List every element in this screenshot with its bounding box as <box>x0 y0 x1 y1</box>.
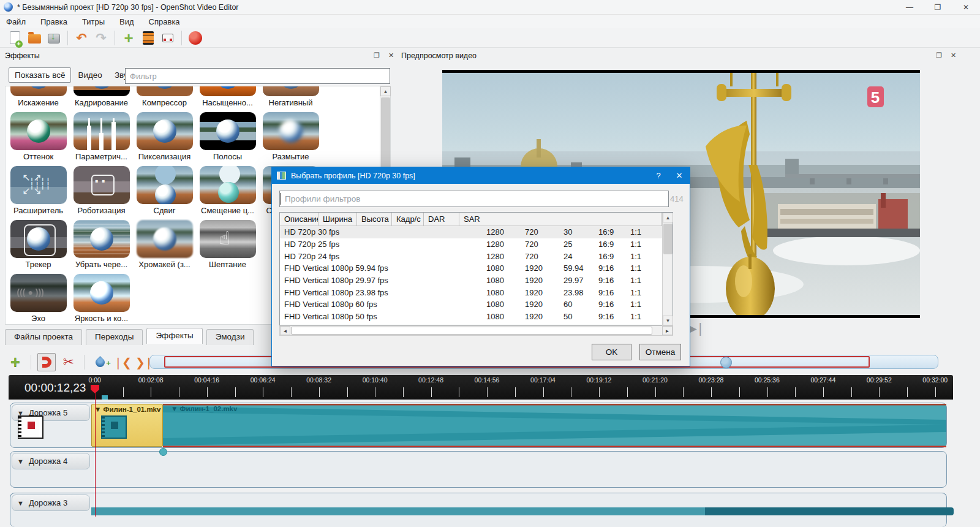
dialog-title-bar[interactable]: Выбрать профиль [HD 720p 30 fps] <box>272 167 690 184</box>
dock-tab[interactable]: Эмодзи <box>206 329 254 345</box>
profile-row[interactable]: FHD Vertical 1080p 60 fps 1080 1920 60 9… <box>280 298 673 311</box>
profile-row[interactable]: HD 720p 24 fps 1280 720 24 16:9 1:1 <box>280 250 673 262</box>
preview-float-icon[interactable]: ❐ <box>936 51 942 59</box>
profile-row[interactable]: HD 720p 25 fps 1280 720 25 16:9 1:1 <box>280 238 673 251</box>
effect-item[interactable]: Пикселизация <box>133 112 196 166</box>
scroll-down-icon[interactable]: ▼ <box>663 316 673 325</box>
choose-profile-button[interactable] <box>140 29 157 47</box>
clip-filin-02[interactable] <box>163 404 946 447</box>
filter-show-all-button[interactable]: Показать всё <box>9 67 71 83</box>
menu-item[interactable]: Вид <box>119 17 134 26</box>
snapping-toggle-button[interactable] <box>37 353 56 371</box>
toolbar-separator <box>84 355 85 370</box>
effect-item[interactable]: Насыщенно... <box>196 86 259 112</box>
razor-tool-button[interactable]: ✂ <box>59 353 78 371</box>
profile-row[interactable]: HD 720p 30 fps 1280 720 30 16:9 1:1 <box>280 226 673 238</box>
track-3-clip[interactable] <box>91 507 705 515</box>
effect-item[interactable]: Убрать чере... <box>70 220 133 274</box>
scroll-up-icon[interactable]: ▲ <box>380 86 391 96</box>
effect-item[interactable]: Хромакей (з... <box>133 220 196 274</box>
add-track-button[interactable]: + <box>6 353 24 371</box>
track-3-lane[interactable]: ▼ Дорожка 3 <box>10 493 947 527</box>
effect-item[interactable]: Сдвиг <box>133 166 196 220</box>
track-3-clip-dark[interactable] <box>705 507 954 515</box>
effect-item[interactable]: Расширитель <box>7 166 70 220</box>
menu-item[interactable]: Файл <box>6 17 26 26</box>
profile-row[interactable]: FHD Vertical 1080p 50 fps 1080 1920 50 9… <box>280 311 673 323</box>
track-4-header[interactable]: ▼ Дорожка 4 <box>12 453 90 469</box>
scroll-right-icon[interactable]: ► <box>662 326 673 335</box>
effect-item[interactable]: Искажение <box>7 86 70 112</box>
table-hscrollbar[interactable]: ◄ ► <box>279 325 673 336</box>
add-marker-button[interactable] <box>91 353 109 371</box>
scrollbar-thumb[interactable] <box>291 327 652 335</box>
save-project-button[interactable] <box>45 29 62 47</box>
table-header-row[interactable]: ОписаниеШиринаВысотаКадр/сDARSAR <box>280 213 673 226</box>
dock-tab[interactable]: Эффекты <box>146 328 202 344</box>
filter-video-button[interactable]: Видео <box>72 68 107 82</box>
minimize-button[interactable]: — <box>895 0 924 15</box>
profile-search-input[interactable] <box>279 191 669 207</box>
track-5-lane[interactable]: ▼ Дорожка 5 ▼ Филин-1_02.mkv ▼ Филин-1_0… <box>10 403 947 448</box>
effect-item[interactable]: Шептание <box>196 220 259 274</box>
column-header[interactable]: DAR <box>424 213 459 226</box>
profile-row[interactable]: FHD Vertical 1080p 23.98 fps 1080 1920 2… <box>280 286 673 298</box>
timeline-zoom-handle[interactable] <box>720 357 732 368</box>
profile-row[interactable]: FHD Vertical 1080p 29.97 fps 1080 1920 2… <box>280 275 673 287</box>
new-project-button[interactable] <box>6 29 23 47</box>
effect-item[interactable]: Кадрирование <box>70 86 133 112</box>
column-header[interactable]: Описание <box>280 213 318 226</box>
scroll-up-icon[interactable]: ▲ <box>663 213 673 222</box>
chevron-down-icon[interactable]: ▼ <box>17 458 24 465</box>
timeline-ruler[interactable]: 00:00:12,23 0:0000:02:0800:04:1600:06:24… <box>9 375 953 400</box>
undo-button[interactable]: ↶ <box>73 29 90 47</box>
chevron-down-icon[interactable]: ▼ <box>17 499 24 507</box>
column-header[interactable]: Высота <box>357 213 392 226</box>
ok-button[interactable]: OK <box>592 344 631 360</box>
profile-sar: 1:1 <box>626 240 662 249</box>
menu-item[interactable]: Титры <box>82 17 105 26</box>
effect-item[interactable]: Полосы <box>196 112 259 166</box>
profile-row[interactable]: FHD Vertical 1080p 59.94 fps 1080 1920 5… <box>280 262 673 275</box>
import-files-button[interactable]: + <box>120 29 137 47</box>
scroll-left-icon[interactable]: ◄ <box>280 326 290 335</box>
track-4-lane[interactable]: ▼ Дорожка 4 <box>10 451 947 488</box>
dialog-help-button[interactable]: ? <box>648 167 669 184</box>
effects-filter-input[interactable] <box>125 68 390 84</box>
effect-item[interactable]: Параметрич... <box>70 112 133 166</box>
effect-item[interactable]: Смещение ц... <box>196 166 259 220</box>
effect-item[interactable]: Оттенок <box>7 112 70 166</box>
effect-label: Полосы <box>213 152 242 161</box>
dock-tab[interactable]: Файлы проекта <box>5 329 82 345</box>
fullscreen-button[interactable] <box>159 29 176 47</box>
export-video-button[interactable] <box>187 29 204 47</box>
effect-item[interactable]: Размытие <box>259 112 322 166</box>
preview-close-icon[interactable]: ✕ <box>951 51 956 59</box>
effect-item[interactable]: Негативный <box>259 86 322 112</box>
effect-label: Искажение <box>18 98 59 107</box>
menu-item[interactable]: Справка <box>149 17 180 26</box>
open-project-button[interactable] <box>26 29 43 47</box>
clip-trim-handle[interactable] <box>159 448 167 456</box>
effects-close-icon[interactable]: ✕ <box>388 51 394 59</box>
dialog-close-button[interactable]: ✕ <box>669 167 690 184</box>
effect-item[interactable]: Трекер <box>7 220 70 274</box>
menu-item[interactable]: Правка <box>40 17 67 26</box>
close-button[interactable]: ✕ <box>952 0 980 15</box>
column-header[interactable]: Ширина <box>318 213 357 226</box>
scrollbar-thumb[interactable] <box>663 224 673 254</box>
effect-item[interactable]: Компрессор <box>133 86 196 112</box>
previous-marker-button[interactable]: ❘❮ <box>113 353 131 371</box>
maximize-button[interactable]: ❐ <box>924 0 952 15</box>
track-3-header[interactable]: ▼ Дорожка 3 <box>12 495 90 511</box>
effect-item[interactable]: Роботизация <box>70 166 133 220</box>
table-vscrollbar[interactable]: ▲ ▼ <box>662 213 673 325</box>
cancel-button[interactable]: Отмена <box>639 344 681 360</box>
redo-button[interactable]: ↷ <box>92 29 110 47</box>
column-header[interactable]: Кадр/с <box>392 213 424 226</box>
effect-item[interactable]: Эхо <box>7 274 70 325</box>
dock-tab[interactable]: Переходы <box>86 329 143 345</box>
effects-float-icon[interactable]: ❐ <box>374 51 380 59</box>
column-header[interactable]: SAR <box>459 213 662 226</box>
effect-item[interactable]: Яркость и ко... <box>70 274 133 325</box>
